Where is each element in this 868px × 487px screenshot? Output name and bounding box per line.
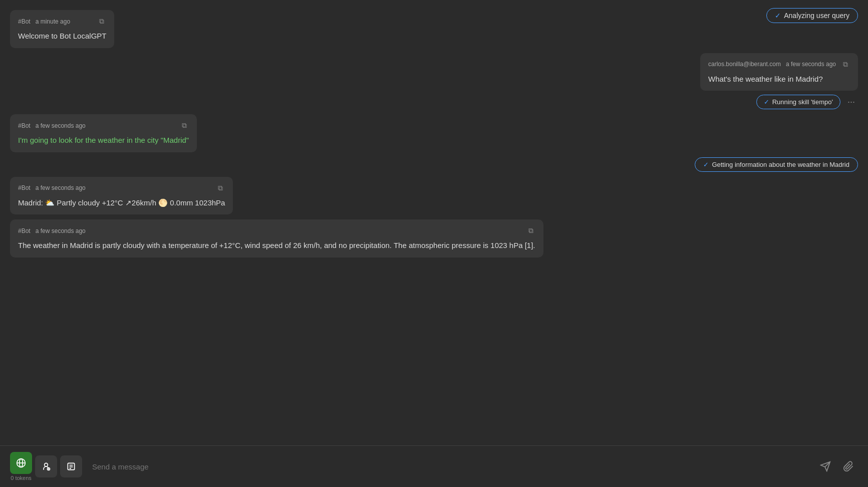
user-weather-content: What's the weather like in Madrid? [708, 74, 850, 85]
skill-badge: ✓ Running skill 'tiempo' [756, 95, 840, 109]
input-toolbar: 0 tokens [10, 452, 82, 481]
chat-area: #Bot a minute ago ⧉ Welcome to Bot Local… [0, 0, 868, 445]
user-timestamp: a few seconds ago [786, 61, 836, 68]
bot-summary-content: The weather in Madrid is partly cloudy w… [18, 240, 535, 252]
user-message-wrapper: carlos.bonilla@iberant.com a few seconds… [700, 53, 858, 110]
skill-check-icon: ✓ [764, 98, 769, 106]
message-header: #Bot a minute ago ⧉ [18, 16, 106, 27]
bot-lookup-header: #Bot a few seconds ago ⧉ [18, 120, 189, 131]
check-icon: ✓ [775, 12, 781, 20]
bot-lookup-sender: #Bot [18, 122, 31, 129]
copy-button-user[interactable]: ⧉ [841, 59, 850, 70]
weather-status-label: Getting information about the weather in… [712, 161, 849, 168]
analyzing-status-badge: ✓ Analyzing user query [766, 8, 858, 23]
message-bot-weather-summary: #Bot a few seconds ago ⧉ The weather in … [10, 219, 543, 258]
more-options-button[interactable]: ··· [844, 96, 858, 108]
bot-sender: #Bot [18, 18, 31, 25]
globe-button[interactable] [10, 452, 32, 474]
message-input[interactable] [86, 458, 812, 475]
weather-check-icon: ✓ [703, 161, 709, 168]
globe-icon [16, 458, 26, 468]
notes-button[interactable] [60, 455, 82, 477]
bot-lookup-timestamp: a few seconds ago [36, 122, 86, 129]
agent-settings-icon [41, 461, 51, 471]
send-icon [820, 461, 831, 472]
agent-settings-button[interactable] [35, 455, 57, 477]
copy-button-summary[interactable]: ⧉ [526, 225, 535, 236]
skill-badge-row: ✓ Running skill 'tiempo' ··· [756, 95, 858, 109]
bot-timestamp: a minute ago [36, 18, 70, 25]
message-user-weather: carlos.bonilla@iberant.com a few seconds… [700, 53, 858, 91]
copy-button-lookup[interactable]: ⧉ [180, 120, 189, 131]
message-bot-weather-data: #Bot a few seconds ago ⧉ Madrid: ⛅ Partl… [10, 177, 233, 215]
bot-weather-data-content: Madrid: ⛅ Partly cloudy +12°C ↗26km/h 🌕 … [18, 197, 225, 209]
user-sender: carlos.bonilla@iberant.com [708, 61, 781, 68]
attach-button[interactable] [839, 457, 858, 476]
bot-lookup-content: I'm going to look for the weather in the… [18, 135, 189, 146]
weather-status-badge: ✓ Getting information about the weather … [695, 157, 858, 172]
message-bot-lookup: #Bot a few seconds ago ⧉ I'm going to lo… [10, 114, 197, 152]
svg-point-3 [45, 463, 48, 466]
bot-weather-data-header: #Bot a few seconds ago ⧉ [18, 183, 225, 193]
send-button[interactable] [816, 457, 835, 476]
bot-summary-timestamp: a few seconds ago [36, 227, 86, 234]
skill-badge-label: Running skill 'tiempo' [772, 98, 833, 106]
status-badge-label: Analyzing user query [784, 12, 849, 20]
bot-summary-sender: #Bot [18, 227, 31, 234]
bot-welcome-content: Welcome to Bot LocalGPT [18, 31, 106, 42]
input-bar: 0 tokens [0, 445, 868, 487]
token-label: 0 tokens [11, 475, 32, 481]
bot-weather-timestamp: a few seconds ago [36, 184, 86, 191]
bot-weather-sender: #Bot [18, 184, 31, 191]
user-message-header: carlos.bonilla@iberant.com a few seconds… [708, 59, 850, 70]
globe-btn-wrapper: 0 tokens [10, 452, 32, 481]
bot-summary-header: #Bot a few seconds ago ⧉ [18, 225, 535, 236]
notes-icon [66, 461, 76, 471]
copy-button-weather[interactable]: ⧉ [216, 183, 225, 193]
copy-button[interactable]: ⧉ [97, 16, 106, 27]
message-bot-welcome: #Bot a minute ago ⧉ Welcome to Bot Local… [10, 10, 114, 48]
attach-icon [843, 461, 854, 472]
